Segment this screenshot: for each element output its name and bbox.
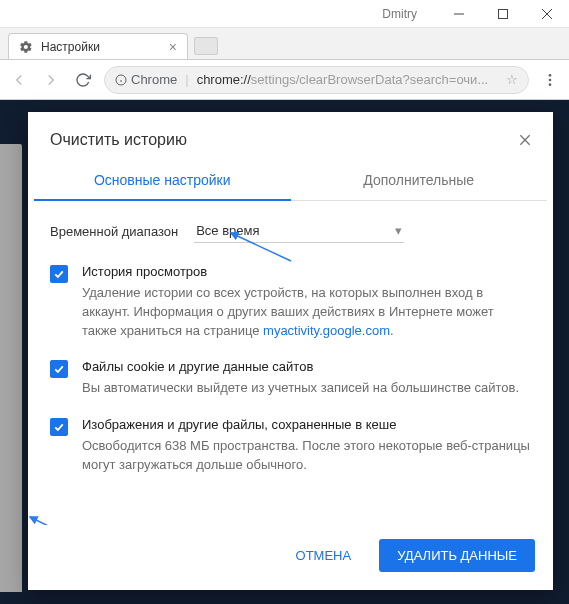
address-bar[interactable]: Chrome | chrome://settings/clearBrowserD… — [104, 66, 529, 94]
option-desc: Удаление истории со всех устройств, на к… — [82, 284, 531, 341]
window-minimize-button[interactable] — [437, 0, 481, 28]
option-desc: Вы автоматически выйдете из учетных запи… — [82, 379, 519, 398]
dialog-tabs: Основные настройки Дополнительные — [34, 162, 547, 201]
window-username: Dmitry — [382, 7, 417, 21]
option-cached: Изображения и другие файлы, сохраненные … — [50, 416, 531, 475]
page-content: Очистить историю Основные настройки Допо… — [0, 100, 569, 604]
checkbox-browsing-history[interactable] — [50, 265, 68, 283]
svg-point-8 — [549, 78, 552, 81]
info-icon — [115, 74, 127, 86]
tab-basic[interactable]: Основные настройки — [34, 162, 291, 200]
cancel-button[interactable]: ОТМЕНА — [278, 539, 370, 572]
bookmark-star-icon[interactable]: ☆ — [506, 72, 518, 87]
nav-reload-button[interactable] — [72, 69, 94, 91]
tab-advanced[interactable]: Дополнительные — [291, 162, 548, 200]
site-info-button[interactable]: Chrome — [115, 72, 177, 87]
browser-tab[interactable]: Настройки × — [8, 33, 188, 59]
browser-tabstrip: Настройки × — [0, 28, 569, 60]
time-range-label: Временной диапазон — [50, 224, 178, 239]
svg-rect-1 — [499, 9, 508, 18]
gear-icon — [19, 40, 33, 54]
checkbox-cookies[interactable] — [50, 360, 68, 378]
window-maximize-button[interactable] — [481, 0, 525, 28]
option-browsing-history: История просмотров Удаление истории со в… — [50, 263, 531, 340]
time-range-value: Все время — [196, 223, 259, 238]
window-close-button[interactable] — [525, 0, 569, 28]
clear-browsing-data-dialog: Очистить историю Основные настройки Допо… — [28, 112, 553, 590]
nav-back-button[interactable] — [8, 69, 30, 91]
svg-point-7 — [549, 74, 552, 77]
dialog-footer: ОТМЕНА УДАЛИТЬ ДАННЫЕ — [28, 525, 553, 590]
myactivity-link[interactable]: myactivity.google.com — [263, 323, 390, 338]
option-title: Файлы cookie и другие данные сайтов — [82, 358, 519, 377]
secure-label: Chrome — [131, 72, 177, 87]
time-range-select[interactable]: Все время ▾ — [194, 219, 404, 243]
browser-tab-title: Настройки — [41, 40, 161, 54]
option-desc: Освободится 638 МБ пространства. После э… — [82, 437, 531, 475]
window-titlebar: Dmitry — [0, 0, 569, 28]
svg-line-13 — [30, 517, 87, 525]
new-tab-button[interactable] — [194, 37, 218, 55]
annotation-arrow — [28, 513, 92, 525]
browser-menu-button[interactable] — [539, 72, 561, 88]
option-title: Изображения и другие файлы, сохраненные … — [82, 416, 531, 435]
nav-forward-button[interactable] — [40, 69, 62, 91]
option-title: История просмотров — [82, 263, 531, 282]
url-text: chrome://settings/clearBrowserData?searc… — [197, 72, 498, 87]
checkbox-cached[interactable] — [50, 418, 68, 436]
chevron-down-icon: ▾ — [395, 223, 402, 238]
tab-close-icon[interactable]: × — [169, 39, 177, 55]
browser-toolbar: Chrome | chrome://settings/clearBrowserD… — [0, 60, 569, 100]
dialog-close-button[interactable] — [515, 130, 535, 150]
option-cookies: Файлы cookie и другие данные сайтов Вы а… — [50, 358, 531, 398]
dialog-title: Очистить историю — [50, 131, 515, 149]
clear-data-button[interactable]: УДАЛИТЬ ДАННЫЕ — [379, 539, 535, 572]
svg-point-9 — [549, 83, 552, 86]
